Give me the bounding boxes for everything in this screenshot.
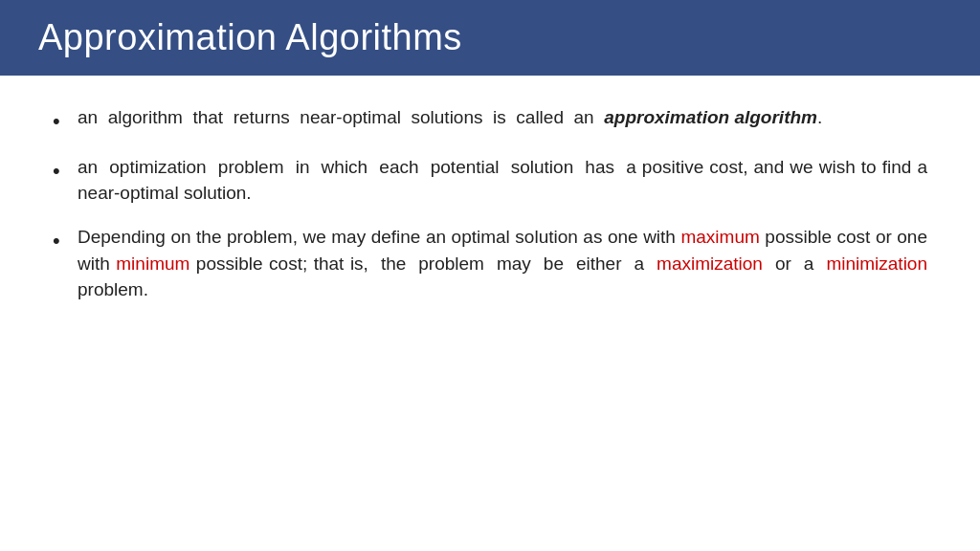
bullet-item-2: • an optimization problem in which each … <box>53 154 927 207</box>
slide-header: Approximation Algorithms <box>0 0 980 76</box>
bullet-dot-2: • <box>53 156 72 187</box>
bullet-text-1: an algorithm that returns near-optimal s… <box>78 104 927 131</box>
bullet-dot-3: • <box>53 226 72 256</box>
approximation-algorithm-term: approximation algorithm <box>604 107 817 127</box>
slide: Approximation Algorithms • an algorithm … <box>0 0 980 551</box>
maximum-term: maximum <box>680 227 759 247</box>
maximization-term: maximization <box>657 253 763 274</box>
slide-title: Approximation Algorithms <box>38 17 462 57</box>
minimization-term: minimization <box>826 253 927 274</box>
minimum-term: minimum <box>116 253 189 274</box>
bullet-list: • an algorithm that returns near-optimal… <box>53 104 927 303</box>
slide-content: • an algorithm that returns near-optimal… <box>0 104 980 303</box>
bullet-item-3: • Depending on the problem, we may defin… <box>53 224 927 303</box>
bullet-dot-1: • <box>53 106 72 137</box>
bullet-text-2: an optimization problem in which each po… <box>78 154 927 207</box>
bullet-item-1: • an algorithm that returns near-optimal… <box>53 104 927 137</box>
bullet-text-3: Depending on the problem, we may define … <box>78 224 927 303</box>
